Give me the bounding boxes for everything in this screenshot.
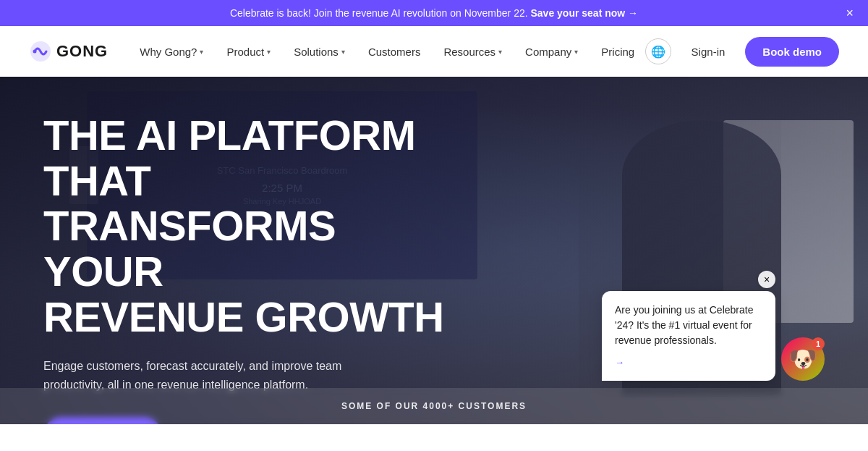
svg-point-1 [33,50,37,54]
chat-close-button[interactable]: × [758,271,775,288]
nav-right: 🌐 Sign-in Book demo [645,37,839,67]
chevron-down-icon: ▾ [574,48,578,56]
chevron-down-icon: ▾ [498,48,502,56]
close-icon: × [764,274,770,285]
banner-cta[interactable]: Save your seat now → [530,7,638,19]
nav-links: Why Gong? ▾ Product ▾ Solutions ▾ Custom… [129,40,644,64]
chat-notification-badge: 1 [812,337,825,350]
nav-item-customers[interactable]: Customers [358,40,431,64]
banner-text: Celebrate is back! Join the revenue AI r… [230,7,531,19]
nav-item-resources[interactable]: Resources ▾ [433,40,512,64]
nav-item-solutions[interactable]: Solutions ▾ [284,40,355,64]
language-selector[interactable]: 🌐 [645,38,671,64]
hero-content: THE AI PLATFORM THAT TRANSFORMS YOUR REV… [43,113,463,424]
chat-bubble: × Are you joining us at Celebrate '24? I… [602,291,775,382]
hero-section: STC San Francisco Boardroom 2:25 PM Shar… [0,77,868,424]
signin-button[interactable]: Sign-in [683,40,734,64]
navbar: GONG Why Gong? ▾ Product ▾ Solutions ▾ C… [0,26,868,77]
nav-item-product[interactable]: Product ▾ [216,40,281,64]
logo[interactable]: GONG [29,40,108,63]
chevron-down-icon: ▾ [200,48,203,56]
nav-item-company[interactable]: Company ▾ [515,40,588,64]
globe-icon: 🌐 [651,45,665,59]
chevron-down-icon: ▾ [341,48,345,56]
nav-item-pricing[interactable]: Pricing [591,40,644,64]
chevron-down-icon: ▾ [267,48,271,56]
dog-avatar-icon: 🐶 [788,347,817,371]
chat-message: Are you joining us at Celebrate '24? It'… [615,304,753,346]
hero-title: THE AI PLATFORM THAT TRANSFORMS YOUR REV… [43,113,463,340]
customers-bar: SOME OF OUR 4000+ CUSTOMERS [0,388,868,424]
announcement-banner: Celebrate is back! Join the revenue AI r… [0,0,868,26]
chat-arrow-icon[interactable]: → [615,355,624,370]
gong-logo-icon [29,40,52,63]
banner-close-button[interactable]: × [846,7,854,20]
chat-avatar-wrapper[interactable]: 🐶 1 [781,337,825,381]
book-demo-button[interactable]: Book demo [745,37,839,67]
customers-label: SOME OF OUR 4000+ CUSTOMERS [341,401,527,411]
logo-text: GONG [56,42,108,61]
nav-item-why-gong[interactable]: Why Gong? ▾ [129,40,213,64]
chat-widget: × Are you joining us at Celebrate '24? I… [602,291,825,382]
